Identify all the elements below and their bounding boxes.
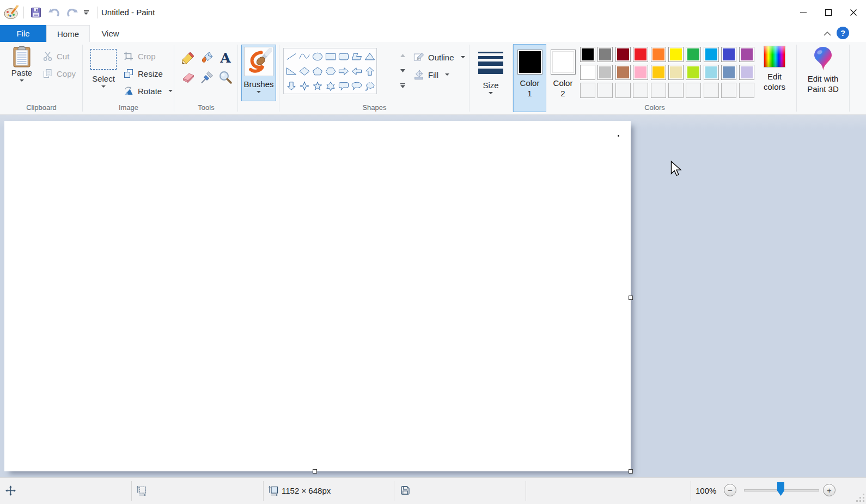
canvas-resize-handle-corner[interactable] <box>629 469 633 474</box>
color-picker-tool-button[interactable] <box>198 67 216 87</box>
collapse-ribbon-button[interactable] <box>820 27 834 40</box>
palette-swatch[interactable] <box>651 65 666 80</box>
right-arrow-shape[interactable] <box>337 64 350 78</box>
palette-swatch[interactable] <box>651 47 666 62</box>
palette-swatch[interactable] <box>580 65 595 80</box>
rounded-rectangle-shape[interactable] <box>337 49 350 64</box>
palette-swatch[interactable] <box>704 65 719 80</box>
palette-swatch[interactable] <box>597 47 613 62</box>
edit-with-paint3d-button[interactable]: Edit with Paint 3D <box>800 46 846 110</box>
zoom-level-text: 100% <box>696 478 716 504</box>
save-button[interactable] <box>28 5 44 20</box>
palette-swatch[interactable] <box>597 65 613 80</box>
zoom-out-button[interactable]: − <box>724 484 736 496</box>
palette-swatch-empty[interactable] <box>633 83 648 98</box>
pencil-tool-button[interactable] <box>179 48 198 67</box>
five-point-star-shape[interactable] <box>311 78 324 93</box>
pentagon-shape[interactable] <box>311 64 324 78</box>
palette-swatch-empty[interactable] <box>668 83 684 98</box>
minimize-button[interactable] <box>791 0 816 25</box>
up-arrow-shape[interactable] <box>363 64 376 78</box>
hexagon-shape[interactable] <box>324 64 337 78</box>
oval-callout-shape[interactable] <box>350 78 363 93</box>
canvas-resize-handle-right[interactable] <box>629 296 633 300</box>
rotate-button[interactable]: Rotate <box>123 84 173 98</box>
copy-button[interactable]: Copy <box>42 66 76 81</box>
palette-swatch-empty[interactable] <box>739 83 754 98</box>
palette-swatch[interactable] <box>704 47 719 62</box>
left-arrow-shape[interactable] <box>350 64 363 78</box>
cloud-callout-shape[interactable] <box>363 78 376 93</box>
edit-colors-button[interactable]: Edit colors <box>757 46 792 110</box>
rectangle-shape[interactable] <box>324 49 337 64</box>
redo-button[interactable] <box>64 5 80 20</box>
palette-swatch[interactable] <box>580 47 595 62</box>
shape-outline-button[interactable]: Outline <box>413 50 465 64</box>
palette-swatch-empty[interactable] <box>597 83 613 98</box>
polygon-shape[interactable] <box>350 49 363 64</box>
magnifier-tool-button[interactable] <box>216 67 235 87</box>
zoom-in-button[interactable]: + <box>823 484 835 496</box>
diamond-shape[interactable] <box>298 64 311 78</box>
help-button[interactable]: ? <box>837 27 849 39</box>
palette-swatch[interactable] <box>633 65 648 80</box>
window-resize-grip[interactable] <box>856 494 864 502</box>
size-button[interactable]: Size <box>474 45 507 106</box>
palette-swatch-empty[interactable] <box>580 83 595 98</box>
customize-quick-access-button[interactable] <box>81 5 92 20</box>
palette-swatch[interactable] <box>739 65 754 80</box>
ribbon-tabs: File Home View ? <box>0 25 866 42</box>
palette-swatch[interactable] <box>739 47 754 62</box>
palette-swatch[interactable] <box>721 47 736 62</box>
close-button[interactable] <box>841 0 866 25</box>
text-tool-button[interactable]: A <box>216 48 235 67</box>
crop-button[interactable]: Crop <box>123 49 156 63</box>
shape-fill-button[interactable]: Fill <box>413 67 449 82</box>
curve-shape[interactable] <box>298 49 311 64</box>
palette-swatch[interactable] <box>686 65 701 80</box>
palette-swatch[interactable] <box>721 65 736 80</box>
fill-shape-icon <box>413 69 424 80</box>
palette-swatch-empty[interactable] <box>686 83 701 98</box>
eraser-tool-button[interactable] <box>179 67 198 87</box>
zoom-slider-handle[interactable] <box>777 482 784 496</box>
shapes-scroll-down-button[interactable] <box>397 63 408 78</box>
down-arrow-shape[interactable] <box>285 78 298 93</box>
tab-view[interactable]: View <box>90 25 131 42</box>
right-triangle-shape[interactable] <box>285 64 298 78</box>
canvas-resize-handle-bottom[interactable] <box>313 469 317 474</box>
tab-home[interactable]: Home <box>46 25 90 42</box>
four-point-star-shape[interactable] <box>298 78 311 93</box>
tab-file[interactable]: File <box>0 25 46 42</box>
color1-button[interactable]: Color 1 <box>513 44 546 112</box>
palette-swatch[interactable] <box>686 47 701 62</box>
maximize-button[interactable] <box>816 0 841 25</box>
fill-with-color-tool-button[interactable] <box>198 48 216 67</box>
undo-button[interactable] <box>47 5 62 20</box>
palette-swatch-empty[interactable] <box>721 83 736 98</box>
select-button[interactable]: Select <box>87 45 120 106</box>
palette-swatch-empty[interactable] <box>704 83 719 98</box>
brushes-button[interactable]: Brushes <box>241 45 276 101</box>
palette-swatch-empty[interactable] <box>651 83 666 98</box>
rounded-callout-shape[interactable] <box>337 78 350 93</box>
resize-label: Resize <box>138 69 163 78</box>
shapes-scroll-up-button[interactable] <box>397 48 408 63</box>
ellipse-shape[interactable] <box>311 49 324 64</box>
drawing-canvas[interactable] <box>4 121 631 471</box>
six-point-star-shape[interactable] <box>324 78 337 93</box>
shapes-more-button[interactable] <box>397 78 408 94</box>
palette-swatch[interactable] <box>668 47 684 62</box>
resize-button[interactable]: Resize <box>123 66 163 81</box>
line-shape[interactable] <box>285 49 298 64</box>
color1-swatch <box>517 50 542 75</box>
palette-swatch[interactable] <box>668 65 684 80</box>
palette-swatch[interactable] <box>615 65 631 80</box>
color2-button[interactable]: Color 2 <box>547 44 579 112</box>
paste-button[interactable]: Paste <box>7 45 36 106</box>
palette-swatch[interactable] <box>615 47 631 62</box>
palette-swatch[interactable] <box>633 47 648 62</box>
triangle-shape[interactable] <box>363 49 376 64</box>
cut-button[interactable]: Cut <box>42 49 69 63</box>
palette-swatch-empty[interactable] <box>615 83 631 98</box>
